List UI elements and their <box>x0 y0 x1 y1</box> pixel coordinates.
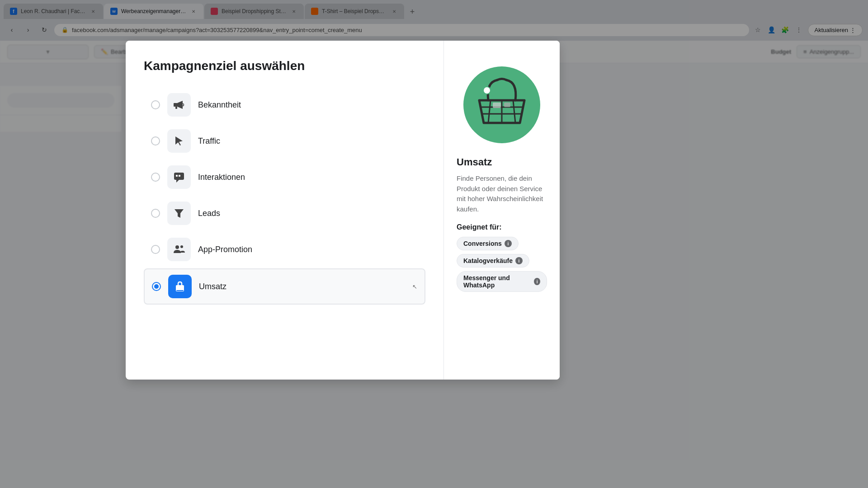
objective-item-leads[interactable]: Leads <box>144 196 425 230</box>
svg-rect-7 <box>179 175 180 177</box>
radio-app-promotion <box>151 245 160 254</box>
svg-marker-5 <box>176 180 179 183</box>
modal-title: Kampagnenziel auswählen <box>144 59 425 73</box>
objective-item-bekanntheit[interactable]: Bekanntheit <box>144 88 425 122</box>
radio-inner-umsatz <box>154 284 159 289</box>
svg-rect-21 <box>504 103 510 107</box>
campaign-objective-modal: Kampagnenziel auswählen Bekanntheit <box>126 41 560 380</box>
svg-point-10 <box>180 245 183 248</box>
svg-rect-6 <box>176 175 178 177</box>
svg-marker-3 <box>175 136 183 145</box>
svg-rect-0 <box>174 103 177 107</box>
detail-title: Umsatz <box>457 156 547 168</box>
svg-marker-8 <box>175 209 184 218</box>
objective-label-app-promotion: App-Promotion <box>198 245 252 254</box>
objective-icon-umsatz <box>168 275 192 298</box>
cursor-position: ↖ <box>412 283 417 290</box>
info-icon-katalogverkaufe[interactable]: i <box>515 257 523 264</box>
objective-label-umsatz: Umsatz <box>199 282 226 291</box>
radio-leads <box>151 209 160 218</box>
objective-item-umsatz[interactable]: Umsatz ↖ <box>144 268 425 305</box>
geeignet-label: Geeignet für: <box>457 223 547 231</box>
umsatz-illustration <box>457 55 547 145</box>
svg-rect-12 <box>176 290 184 291</box>
radio-traffic <box>151 136 160 145</box>
svg-rect-20 <box>493 103 501 108</box>
modal-right-panel: Umsatz Finde Personen, die dein Produkt … <box>444 41 560 380</box>
radio-interaktionen <box>151 173 160 182</box>
modal-content: Kampagnenziel auswählen Bekanntheit <box>126 41 560 380</box>
objective-label-traffic: Traffic <box>198 136 220 146</box>
objective-icon-leads <box>167 202 191 225</box>
radio-umsatz <box>152 282 161 291</box>
objective-item-app-promotion[interactable]: App-Promotion <box>144 232 425 267</box>
detail-description: Finde Personen, die dein Produkt oder de… <box>457 174 547 214</box>
objective-label-leads: Leads <box>198 209 220 218</box>
objective-label-interaktionen: Interaktionen <box>198 173 245 182</box>
basket-illustration <box>457 55 547 145</box>
objective-icon-traffic <box>167 129 191 153</box>
cursor-icon <box>173 135 185 147</box>
users-icon <box>173 243 185 256</box>
tag-messenger-whatsapp[interactable]: Messenger und WhatsApp i <box>457 271 547 292</box>
objective-label-bekanntheit: Bekanntheit <box>198 100 241 110</box>
megaphone-icon <box>173 99 185 111</box>
svg-point-19 <box>483 87 491 94</box>
filter-icon <box>173 207 185 220</box>
shopping-bag-icon <box>174 280 186 293</box>
chat-icon <box>173 171 185 183</box>
modal-left-panel: Kampagnenziel auswählen Bekanntheit <box>126 41 444 380</box>
svg-point-9 <box>175 245 179 249</box>
objective-item-interaktionen[interactable]: Interaktionen <box>144 160 425 194</box>
tag-conversions[interactable]: Conversions i <box>457 237 519 250</box>
svg-rect-1 <box>175 107 177 109</box>
objective-item-traffic[interactable]: Traffic <box>144 124 425 158</box>
objective-list: Bekanntheit Traffic <box>144 88 425 305</box>
objective-icon-bekanntheit <box>167 93 191 117</box>
tag-katalogverkaufe[interactable]: Katalogverkäufe i <box>457 254 529 267</box>
objective-icon-app-promotion <box>167 238 191 261</box>
tags-container: Conversions i Katalogverkäufe i Messenge… <box>457 237 547 292</box>
info-icon-conversions[interactable]: i <box>505 240 512 247</box>
objective-icon-interaktionen <box>167 165 191 189</box>
radio-bekanntheit <box>151 100 160 109</box>
info-icon-messenger-whatsapp[interactable]: i <box>534 278 540 285</box>
